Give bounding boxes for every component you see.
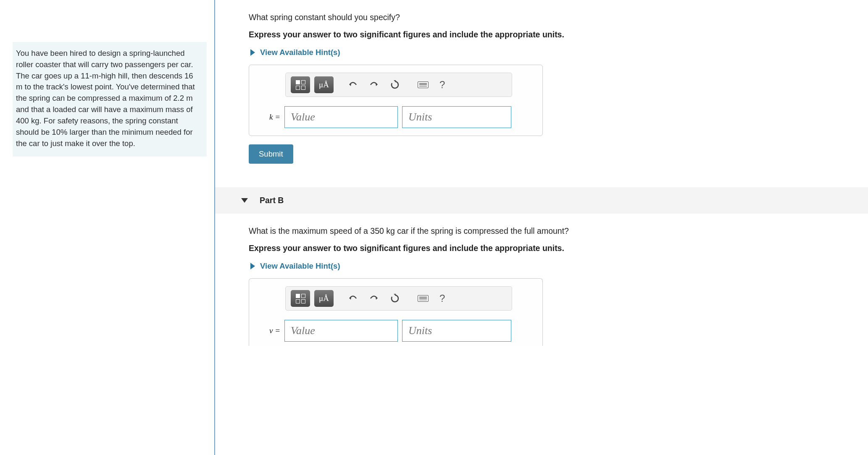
redo-button[interactable] <box>366 294 382 303</box>
chevron-right-icon <box>250 49 255 56</box>
template-tool-button[interactable] <box>291 290 310 307</box>
part-a-answer-panel: μÅ ? k = <box>249 65 543 136</box>
problem-statement: You have been hired to design a spring-l… <box>13 42 207 157</box>
keyboard-button[interactable] <box>414 81 432 88</box>
hints-label: View Available Hint(s) <box>260 48 340 57</box>
template-tool-button[interactable] <box>291 76 310 93</box>
redo-icon <box>369 80 379 89</box>
undo-button[interactable] <box>345 80 361 89</box>
symbols-icon: μÅ <box>319 80 329 89</box>
part-b-instruction: Express your answer to two significant f… <box>249 243 851 261</box>
part-b-title: Part B <box>260 196 284 205</box>
symbols-icon: μÅ <box>319 294 329 303</box>
part-b-units-input[interactable] <box>402 320 511 342</box>
reset-icon <box>390 293 400 303</box>
symbols-tool-button[interactable]: μÅ <box>314 290 334 307</box>
chevron-right-icon <box>250 263 255 269</box>
undo-button[interactable] <box>345 294 361 303</box>
part-a-instruction: Express your answer to two significant f… <box>249 30 851 48</box>
undo-icon <box>348 294 358 303</box>
part-a-value-input[interactable] <box>284 106 398 128</box>
hints-label: View Available Hint(s) <box>260 261 340 271</box>
part-b-value-input[interactable] <box>284 320 398 342</box>
redo-icon <box>369 294 379 303</box>
part-b-hints-toggle[interactable]: View Available Hint(s) <box>249 261 851 278</box>
part-b-answer-row: v = <box>257 320 535 342</box>
keyboard-icon <box>418 295 429 302</box>
part-a-submit-button[interactable]: Submit <box>249 144 293 164</box>
chevron-down-icon <box>241 198 248 203</box>
part-b-question: What is the maximum speed of a 350 kg ca… <box>249 214 851 243</box>
help-button[interactable]: ? <box>436 79 448 91</box>
undo-icon <box>348 80 358 89</box>
reset-button[interactable] <box>387 293 403 303</box>
redo-button[interactable] <box>366 80 382 89</box>
part-b-variable-label: v = <box>257 326 280 335</box>
part-b-answer-panel: μÅ ? v = <box>249 278 543 346</box>
keyboard-icon <box>418 81 429 88</box>
part-b-header[interactable]: Part B <box>215 187 868 214</box>
page-root: You have been hired to design a spring-l… <box>0 0 868 455</box>
main-content: What spring constant should you specify?… <box>215 0 868 455</box>
reset-icon <box>390 80 400 90</box>
part-a-toolbar: μÅ ? <box>285 73 512 97</box>
part-a-hints-toggle[interactable]: View Available Hint(s) <box>249 48 851 65</box>
part-a-variable-label: k = <box>257 112 280 122</box>
problem-sidebar: You have been hired to design a spring-l… <box>0 0 214 455</box>
keyboard-button[interactable] <box>414 295 432 302</box>
template-icon <box>296 80 305 90</box>
part-b-toolbar: μÅ ? <box>285 286 512 311</box>
part-a-units-input[interactable] <box>402 106 511 128</box>
help-button[interactable]: ? <box>436 293 448 304</box>
template-icon <box>296 294 305 303</box>
part-a-answer-row: k = <box>257 106 535 128</box>
part-a-question: What spring constant should you specify? <box>249 0 851 30</box>
symbols-tool-button[interactable]: μÅ <box>314 76 334 93</box>
reset-button[interactable] <box>387 80 403 90</box>
